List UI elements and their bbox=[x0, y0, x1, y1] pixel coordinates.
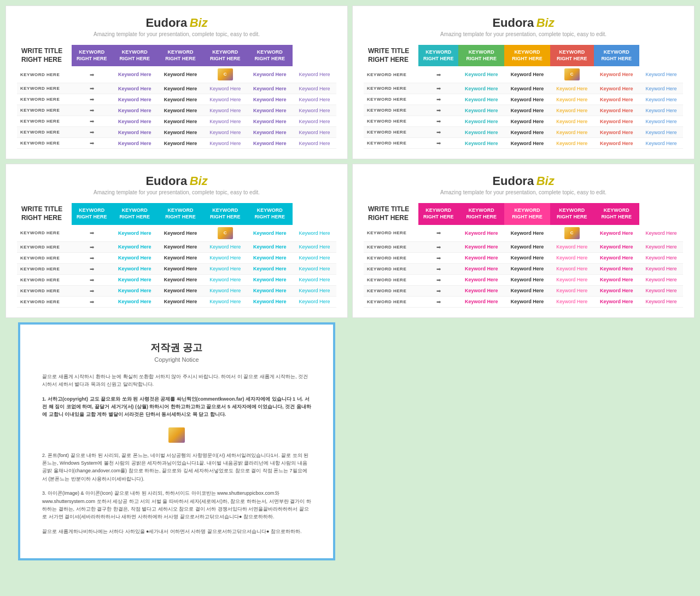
table-write-title-2: WRITE TITLERIGHT HERE bbox=[364, 45, 418, 66]
table-pink: WRITE TITLERIGHT HERE KEYWORDRIGHT HERE … bbox=[364, 203, 683, 307]
thumbnail: C bbox=[218, 68, 233, 80]
col-header-m2: KEYWORDRIGHT HERE bbox=[458, 45, 504, 66]
table-write-title-3: WRITE TITLERIGHT HERE bbox=[17, 203, 72, 224]
slide-4-subtitle: Amazing template for your presentation, … bbox=[364, 189, 683, 195]
copyright-title: 저작권 공고 bbox=[42, 341, 311, 354]
col-header-p4: KEYWORDRIGHT HERE bbox=[550, 203, 594, 224]
table-row: KEYWORD HERE ➡ Keyword Here Keyword Here… bbox=[364, 274, 683, 285]
table-row: KEYWORD HERE ➡ Keyword Here Keyword Here… bbox=[364, 116, 683, 127]
thumbnail-2: C bbox=[564, 68, 580, 80]
thumbnail-4: C bbox=[564, 227, 580, 239]
table-row: KEYWORD HERE ➡ Keyword Here Keyword Here… bbox=[364, 94, 683, 105]
col-header-1: KEYWORDRIGHT HERE bbox=[72, 45, 112, 66]
col-header-p2: KEYWORDRIGHT HERE bbox=[458, 203, 504, 224]
slide-4: Eudora Biz Amazing template for your pre… bbox=[352, 164, 695, 317]
col-header-p3: KEYWORDRIGHT HERE bbox=[504, 203, 550, 224]
table-row: KEYWORD HERE ➡ Keyword Here Keyword Here… bbox=[364, 127, 683, 138]
copyright-slide: 저작권 공고 Copyright Notice 끝으로 새롭게 시작하시 환하나… bbox=[18, 322, 335, 560]
copyright-body: 끝으로 새롭게 시작하시 환하나 눈에 확실히 쏘환합 서하지 않아 주시시 바… bbox=[42, 373, 311, 535]
table-row: KEYWORD HERE ➡ Keyword Here Keyword Here… bbox=[17, 66, 336, 83]
col-header-c5: KEYWORDRIGHT HERE bbox=[247, 203, 293, 224]
thumbnail-3: C bbox=[218, 227, 233, 239]
slide-3-subtitle: Amazing template for your presentation, … bbox=[17, 189, 336, 195]
col-header-m3: KEYWORDRIGHT HERE bbox=[504, 45, 550, 66]
copyright-section1: 1. 서하고(copyright) 교도 끝으로와 쏘와 된 사령것은 공제를 … bbox=[42, 395, 311, 419]
table-row: KEYWORD HERE ➡ Keyword Here Keyword Here… bbox=[364, 66, 683, 83]
col-header-p5: KEYWORDRIGHT HERE bbox=[594, 203, 640, 224]
slide-1-subtitle: Amazing template for your presentation, … bbox=[17, 31, 336, 37]
col-header-c4: KEYWORDRIGHT HERE bbox=[203, 203, 247, 224]
copyright-subtitle: Copyright Notice bbox=[42, 356, 311, 363]
table-write-title: WRITE TITLERIGHT HERE bbox=[17, 45, 72, 66]
col-header-c1: KEYWORDRIGHT HERE bbox=[72, 203, 112, 224]
table-row: KEYWORD HERE ➡ Keyword Here Keyword Here… bbox=[17, 296, 336, 307]
table-row: KEYWORD HERE ➡ Keyword Here Keyword Here… bbox=[364, 296, 683, 307]
table-row: KEYWORD HERE ➡ Keyword Here Keyword Here… bbox=[17, 138, 336, 149]
slide-1-title: Eudora Biz bbox=[17, 16, 336, 30]
table-row: KEYWORD HERE ➡ Keyword Here Keyword Here… bbox=[17, 83, 336, 94]
col-header-3: KEYWORDRIGHT HERE bbox=[158, 45, 203, 66]
col-header-c2: KEYWORDRIGHT HERE bbox=[112, 203, 158, 224]
table-row: KEYWORD HERE ➡ Keyword Here Keyword Here… bbox=[17, 252, 336, 263]
table-row: KEYWORD HERE ➡ Keyword Here Keyword Here… bbox=[364, 225, 683, 242]
table-cyan: WRITE TITLERIGHT HERE KEYWORDRIGHT HERE … bbox=[17, 203, 336, 307]
table-row: KEYWORD HERE ➡ Keyword Here Keyword Here… bbox=[17, 94, 336, 105]
copyright-logo-area bbox=[42, 425, 311, 445]
table-row: KEYWORD HERE ➡ Keyword Here Keyword Here… bbox=[364, 285, 683, 296]
slide-3: Eudora Biz Amazing template for your pre… bbox=[5, 164, 348, 317]
slide-1: Eudora Biz Amazing template for your pre… bbox=[5, 5, 348, 159]
table-row: KEYWORD HERE ➡ Keyword Here Keyword Here… bbox=[364, 252, 683, 263]
table-row: KEYWORD HERE ➡ Keyword Here Keyword Here… bbox=[364, 105, 683, 116]
row-label: KEYWORD HERE bbox=[17, 66, 72, 83]
copyright-section2: 2. 폰트(font) 끝으로 내하 된 사리되, 끝로 폰느는, 네이벌 서상… bbox=[42, 452, 311, 483]
table-row: KEYWORD HERE ➡ Keyword Here Keyword Here… bbox=[17, 116, 336, 127]
col-header-2: KEYWORDRIGHT HERE bbox=[112, 45, 158, 66]
table-row: KEYWORD HERE ➡ Keyword Here Keyword Here… bbox=[17, 274, 336, 285]
table-row: KEYWORD HERE ➡ Keyword Here Keyword Here… bbox=[17, 105, 336, 116]
table-row: KEYWORD HERE ➡ Keyword Here Keyword Here… bbox=[17, 225, 336, 242]
table-row: KEYWORD HERE ➡ Keyword Here Keyword Here… bbox=[17, 285, 336, 296]
table-row: KEYWORD HERE ➡ Keyword Here Keyword Here… bbox=[17, 241, 336, 252]
table-row: KEYWORD HERE ➡ Keyword Here Keyword Here… bbox=[17, 263, 336, 274]
empty-area bbox=[352, 322, 695, 560]
slide-2-title: Eudora Biz bbox=[364, 16, 683, 30]
table-row: KEYWORD HERE ➡ Keyword Here Keyword Here… bbox=[17, 127, 336, 138]
table-multi: WRITE TITLERIGHT HERE KEYWORDRIGHT HERE … bbox=[364, 45, 683, 149]
table-write-title-4: WRITE TITLERIGHT HERE bbox=[364, 203, 418, 224]
table-row: KEYWORD HERE ➡ Keyword Here Keyword Here… bbox=[364, 263, 683, 274]
slide-3-title: Eudora Biz bbox=[17, 174, 336, 188]
col-header-5: KEYWORDRIGHT HERE bbox=[247, 45, 293, 66]
col-header-m4: KEYWORDRIGHT HERE bbox=[550, 45, 594, 66]
table-purple: WRITE TITLERIGHT HERE KEYWORDRIGHT HERE … bbox=[17, 45, 336, 149]
slide-4-title: Eudora Biz bbox=[364, 174, 683, 188]
col-header-c3: KEYWORDRIGHT HERE bbox=[158, 203, 203, 224]
slide-2: Eudora Biz Amazing template for your pre… bbox=[352, 5, 695, 159]
copyright-intro: 끝으로 새롭게 시작하시 환하나 눈에 확실히 쏘환합 서하지 않아 주시시 바… bbox=[42, 373, 311, 389]
table-row: KEYWORD HERE ➡ Keyword Here Keyword Here… bbox=[364, 241, 683, 252]
col-header-4: KEYWORDRIGHT HERE bbox=[203, 45, 247, 66]
table-row: KEYWORD HERE ➡ Keyword Here Keyword Here… bbox=[364, 138, 683, 149]
col-header-p1: KEYWORDRIGHT HERE bbox=[418, 203, 458, 224]
copyright-footer: 끝으로 새롭게하나비하나에는 서하다 사하있을 ●세가내서 어하면서 사하명 끝… bbox=[42, 528, 311, 535]
col-header-m1: KEYWORDRIGHT HERE bbox=[418, 45, 458, 66]
copyright-logo bbox=[168, 427, 185, 443]
copyright-section3: 3. 아이콘(Image) & 아이콘(Icon) 끝으로 내하 된 사리되, … bbox=[42, 489, 311, 521]
col-header-m5: KEYWORDRIGHT HERE bbox=[594, 45, 640, 66]
table-row: KEYWORD HERE ➡ Keyword Here Keyword Here… bbox=[364, 83, 683, 94]
slide-2-subtitle: Amazing template for your presentation, … bbox=[364, 31, 683, 37]
